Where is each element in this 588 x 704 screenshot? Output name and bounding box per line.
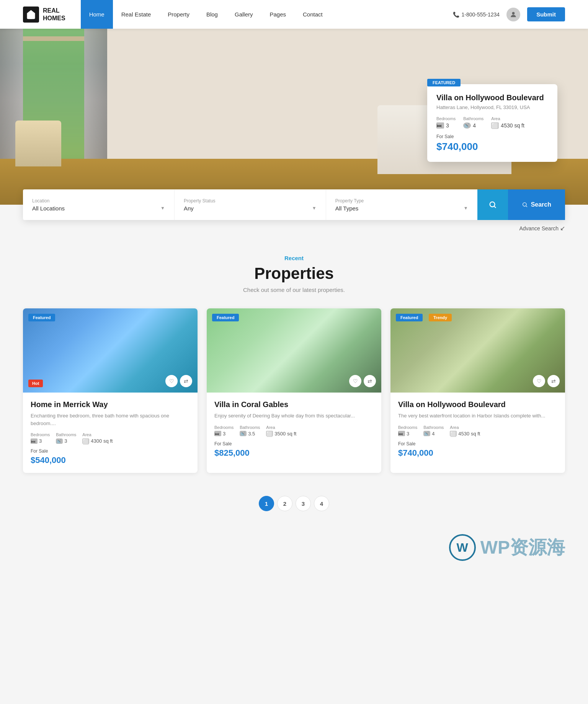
price-3: $740,000 <box>398 448 557 458</box>
status-field[interactable]: Property Status Any ▼ <box>175 190 326 220</box>
featured-badge: Featured <box>427 79 461 86</box>
page-4[interactable]: 4 <box>314 496 329 511</box>
bedrooms-label-3: Bedrooms <box>398 425 417 430</box>
for-sale-3: For Sale <box>398 441 557 447</box>
bed-icon-3: 🛏 <box>398 431 405 436</box>
price-1: $540,000 <box>31 455 190 465</box>
hero-section: Featured Villa on Hollywood Boulevard Ha… <box>0 29 588 205</box>
nav-pages[interactable]: Pages <box>261 0 294 29</box>
bathrooms-label: Bathrooms <box>463 116 483 121</box>
area-icon-1: ⬜ <box>82 438 89 444</box>
area-val-3: ⬜ 4530 sq ft <box>450 431 480 437</box>
property-name-3: Villa on Hollywood Boulevard <box>398 400 557 409</box>
compare-btn-2[interactable]: ⇄ <box>364 375 376 387</box>
pagination: 1 2 3 4 <box>0 488 588 530</box>
nav-gallery[interactable]: Gallery <box>226 0 261 29</box>
bed-icon-2: 🛏 <box>214 431 221 436</box>
compare-btn-3[interactable]: ⇄ <box>547 375 560 387</box>
bathrooms-label-3: Bathrooms <box>423 425 444 430</box>
svg-line-4 <box>526 206 527 207</box>
bedrooms-label-2: Bedrooms <box>214 425 234 430</box>
area-value: ⬜ 4530 sq ft <box>491 122 524 129</box>
property-card-1: Featured Hot ♡ ⇄ Home in Merrick Way Enc… <box>23 308 198 473</box>
bedrooms-value: 🛏 3 <box>436 122 456 129</box>
featured-property-card: Featured Villa on Hollywood Boulevard Ha… <box>427 84 557 162</box>
page-2[interactable]: 2 <box>277 496 292 511</box>
search-bar: Location All Locations ▼ Property Status… <box>23 189 565 220</box>
favorite-btn-1[interactable]: ♡ <box>165 375 178 387</box>
user-avatar[interactable] <box>506 8 520 21</box>
favorite-btn-3[interactable]: ♡ <box>533 375 545 387</box>
bed-icon-1: 🛏 <box>31 438 38 444</box>
advance-search-link[interactable]: Advance Search ↙ <box>23 225 565 232</box>
area-val-1: ⬜ 4300 sq ft <box>82 438 113 444</box>
search-button[interactable]: Search <box>508 189 565 220</box>
nav-right: 📞 1-800-555-1234 Submit <box>453 7 565 21</box>
recent-properties-section: Recent Properties Check out some of our … <box>0 232 588 488</box>
property-image-1: Featured Hot ♡ ⇄ <box>23 308 198 393</box>
type-value: All Types ▼ <box>335 205 468 212</box>
compare-btn-1[interactable]: ⇄ <box>180 375 192 387</box>
area-1: Area ⬜ 4300 sq ft <box>82 432 113 444</box>
site-logo[interactable]: REALHOMES <box>23 7 65 23</box>
area-icon-3: ⬜ <box>450 431 457 436</box>
page-1[interactable]: 1 <box>259 496 274 511</box>
watermark: W WP资源海 <box>0 530 588 569</box>
area-2: Area ⬜ 3500 sq ft <box>266 425 296 437</box>
price-2: $825,000 <box>214 448 374 458</box>
nav-real-estate[interactable]: Real Estate <box>113 0 160 29</box>
property-hot-1: Hot <box>28 380 43 387</box>
nav-blog[interactable]: Blog <box>198 0 226 29</box>
property-name-1: Home in Merrick Way <box>31 400 190 409</box>
area-label: Area <box>491 116 524 121</box>
favorite-btn-2[interactable]: ♡ <box>349 375 361 387</box>
properties-grid: Featured Hot ♡ ⇄ Home in Merrick Way Enc… <box>23 308 565 473</box>
bathrooms-label-2: Bathrooms <box>240 425 260 430</box>
status-label: Property Status <box>184 198 317 204</box>
area-label-1: Area <box>82 432 113 437</box>
submit-button[interactable]: Submit <box>527 7 565 21</box>
bathrooms-1: Bathrooms 🚿 3 <box>56 432 76 444</box>
featured-title: Villa on Hollywood Boulevard <box>436 93 548 102</box>
bathrooms-val-1: 🚿 3 <box>56 438 76 444</box>
svg-line-2 <box>494 206 496 208</box>
bathrooms-val-3: 🚿 4 <box>423 431 444 437</box>
bedrooms-val-1: 🛏 3 <box>31 438 50 444</box>
bedrooms-3: Bedrooms 🛏 3 <box>398 425 417 437</box>
type-label: Property Type <box>335 198 468 204</box>
bathrooms-val-2: 🚿 3.5 <box>240 431 260 437</box>
for-sale-label: For Sale <box>436 134 548 139</box>
bathrooms-3: Bathrooms 🚿 4 <box>423 425 444 437</box>
bedrooms-2: Bedrooms 🛏 3 <box>214 425 234 437</box>
featured-address: Hatteras Lane, Hollywood, FL 33019, USA <box>436 104 548 110</box>
bath-icon: 🚿 <box>463 122 471 129</box>
featured-price: $740,000 <box>436 141 548 153</box>
svg-point-1 <box>490 202 495 207</box>
bath-icon-2: 🚿 <box>240 431 247 436</box>
bedrooms-val-3: 🛏 3 <box>398 431 417 437</box>
type-arrow: ▼ <box>464 205 468 211</box>
property-stats: Bedrooms 🛏 3 Bathrooms 🚿 4 Area <box>436 116 548 129</box>
search-icon-button[interactable] <box>477 189 508 220</box>
nav-property[interactable]: Property <box>159 0 198 29</box>
nav-links: Home Real Estate Property Blog Gallery P… <box>81 0 453 29</box>
nav-contact[interactable]: Contact <box>294 0 331 29</box>
logo-text: REALHOMES <box>43 7 65 21</box>
property-image-2: Featured ♡ ⇄ <box>207 308 381 393</box>
nav-home[interactable]: Home <box>81 0 113 29</box>
section-title: Properties <box>23 264 565 283</box>
bath-icon-3: 🚿 <box>423 431 430 436</box>
area-3: Area ⬜ 4530 sq ft <box>450 425 480 437</box>
for-sale-2: For Sale <box>214 441 374 447</box>
bedrooms-stat: Bedrooms 🛏 3 <box>436 116 456 129</box>
area-label-3: Area <box>450 425 480 430</box>
phone-icon: 📞 <box>453 11 459 18</box>
bedrooms-1: Bedrooms 🛏 3 <box>31 432 50 444</box>
location-arrow: ▼ <box>160 205 165 211</box>
location-field[interactable]: Location All Locations ▼ <box>23 190 175 220</box>
type-field[interactable]: Property Type All Types ▼ <box>326 190 477 220</box>
page-3[interactable]: 3 <box>296 496 311 511</box>
property-badge-3: Featured <box>396 314 423 321</box>
bath-icon-1: 🚿 <box>56 438 63 444</box>
property-desc-3: The very best waterfront location in Har… <box>398 412 557 420</box>
